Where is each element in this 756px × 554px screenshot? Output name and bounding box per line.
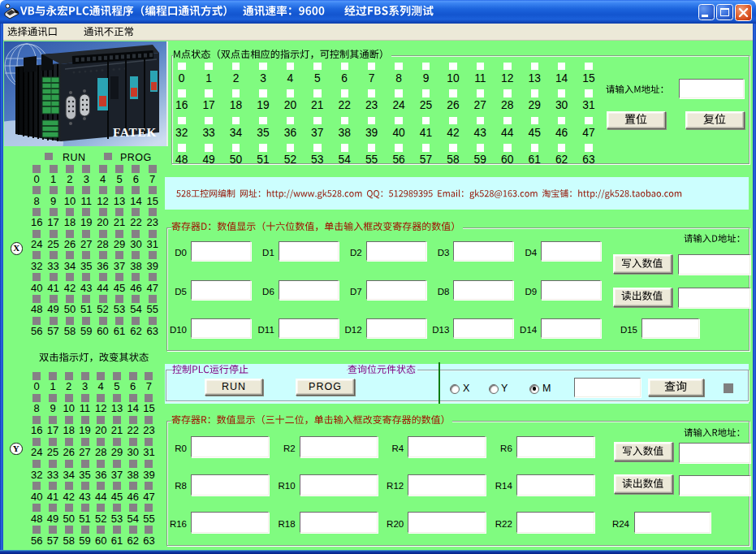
svg-text:FATEK: FATEK: [113, 125, 157, 139]
